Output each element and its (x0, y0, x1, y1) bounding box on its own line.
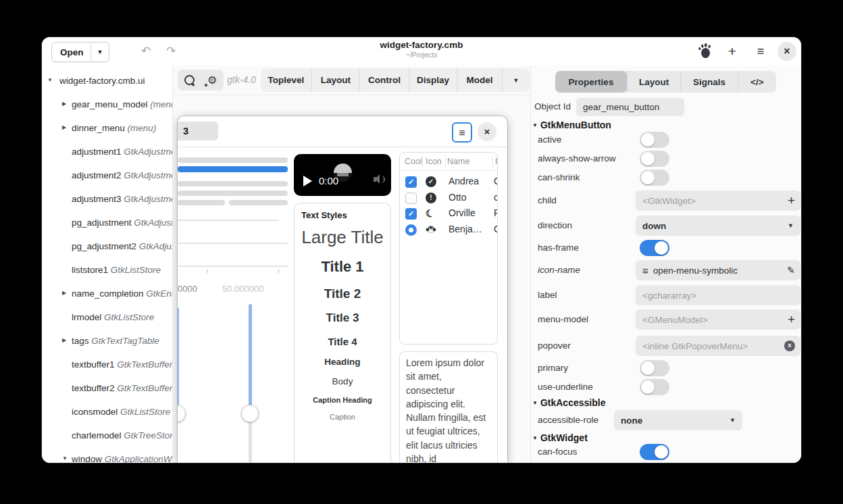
radio-button[interactable] (405, 224, 417, 236)
tree-row-adjustment3[interactable]: adjustment3 GtkAdjustment (42, 191, 172, 206)
tree-row-iconsmodel[interactable]: iconsmodel GtkListStore (42, 404, 172, 419)
tree-row-adjustment1[interactable]: adjustment1 GtkAdjustment (42, 144, 172, 159)
tab-layout[interactable]: Layout (627, 71, 680, 93)
dropdown-direction[interactable]: down▼ (636, 216, 800, 236)
tree-row-pg_adjustment2[interactable]: pg_adjustment2 GtkAdjustment (42, 238, 172, 253)
add-icon[interactable]: + (788, 312, 795, 327)
toggle-can-focus[interactable] (640, 444, 669, 460)
text-style-sample: Body (295, 376, 390, 386)
toggle-has-frame[interactable] (640, 240, 669, 256)
slider-handle[interactable] (178, 405, 186, 422)
close-window-button[interactable]: × (777, 42, 796, 61)
tree-row-gear_menu_model[interactable]: ▶gear_menu_model (menu) (42, 97, 172, 111)
preview-hamburger-button[interactable]: ≡ (452, 122, 472, 143)
table-row[interactable]: !Ottoc (400, 191, 497, 207)
expander-down-icon[interactable]: ▼ (532, 435, 538, 441)
undo-icon[interactable]: ↶ (137, 43, 155, 60)
gnome-foot-icon[interactable] (695, 43, 714, 61)
expander-right-icon[interactable]: ▶ (62, 333, 66, 348)
toggle-always-show-arrow[interactable] (640, 151, 669, 167)
toggle-knob (641, 133, 655, 147)
tree-row-name_completion[interactable]: ▶name_completion GtkEntryCompletion (42, 286, 172, 301)
section-header-gtkaccessible[interactable]: ▼GtkAccessible (532, 395, 605, 410)
open-button-label[interactable]: Open (52, 47, 91, 57)
spinbutton-fragment[interactable]: 3 (178, 122, 218, 141)
window-title-box: widget-factory.cmb ~/Projects (42, 40, 801, 59)
object-id-input[interactable]: gear_menu_button (576, 98, 684, 116)
open-split-button[interactable]: Open ▼ (51, 42, 109, 62)
table-row[interactable]: ✓✓AndreaC (400, 174, 497, 191)
gear-icon[interactable]: ⚙ (207, 75, 217, 86)
toggle-use-underline[interactable] (640, 379, 669, 395)
expander-right-icon[interactable]: ▶ (62, 286, 66, 301)
category-button-toplevel[interactable]: Toplevel (261, 68, 311, 92)
table-header-line (400, 170, 497, 171)
checkbox-checked[interactable]: ✓ (405, 176, 417, 188)
vertical-slider-track[interactable] (178, 307, 179, 412)
tab-properties[interactable]: Properties (555, 71, 627, 93)
tree-item-class: GtkTreeStore (122, 430, 172, 440)
expander-down-icon[interactable]: ▼ (532, 122, 538, 128)
tree-row-tags[interactable]: ▶tags GtkTextTagTable (42, 333, 172, 348)
tree-row-textbuffer1[interactable]: textbuffer1 GtkTextBuffer (42, 357, 172, 372)
expander-down-icon[interactable]: ▼ (62, 451, 68, 463)
category-button-control[interactable]: Control (359, 68, 409, 92)
tree-row-pg_adjustment[interactable]: pg_adjustment GtkAdjustment (42, 215, 172, 230)
category-more-arrow-icon[interactable]: ▼ (502, 68, 530, 92)
entry-child[interactable]: <GtkWidget>+ (636, 191, 800, 211)
hamburger-menu-icon[interactable]: ≡ (751, 43, 770, 60)
table-row[interactable]: Benja…C (400, 222, 497, 238)
tree-row-adjustment2[interactable]: adjustment2 GtkAdjustment (42, 168, 172, 182)
table-header-icon[interactable]: Icon (426, 153, 442, 170)
scale-track[interactable] (178, 220, 279, 221)
category-button-model[interactable]: Model (457, 68, 502, 92)
checkbox-checked[interactable]: ✓ (405, 208, 417, 220)
toggle-can-shrink[interactable] (640, 170, 669, 186)
table-header-p[interactable]: P (495, 153, 498, 170)
tree-row-lrmodel[interactable]: lrmodel GtkListStore (42, 309, 172, 324)
scale-track[interactable] (178, 266, 288, 267)
preview-close-button[interactable]: × (478, 122, 496, 141)
table-header-name[interactable]: Name (447, 153, 469, 170)
tab-signals[interactable]: Signals (680, 71, 737, 93)
dropdown-accessible-role[interactable]: none▼ (614, 410, 742, 430)
play-icon[interactable] (303, 176, 312, 186)
tree-item-text: adjustment2 GtkAdjustment (72, 168, 172, 182)
entry-popover[interactable]: <inline GtkPopoverMenu>× (636, 336, 800, 356)
entry-menu-model[interactable]: <GMenuModel>+ (636, 309, 800, 330)
tree-row-widget-factory.cmb.ui[interactable]: ▼widget-factory.cmb.ui (42, 73, 172, 88)
scale-track[interactable] (178, 243, 288, 244)
lorem-text[interactable]: Lorem ipsum dolor sit amet, consectetur … (406, 356, 492, 463)
preview-header-bar: 3 ≡ × (178, 116, 507, 147)
category-button-display[interactable]: Display (409, 68, 457, 92)
expander-down-icon[interactable]: ▼ (532, 400, 538, 406)
table-header-cool[interactable]: Cool (405, 153, 422, 170)
tree-row-dinner_menu[interactable]: ▶dinner_menu (menu) (42, 120, 172, 135)
toggle-primary[interactable] (640, 360, 669, 376)
tree-row-window[interactable]: ▼window GtkApplicationWindow (42, 451, 172, 463)
add-window-icon[interactable]: + (723, 43, 742, 60)
table-row[interactable]: ✓☾OrvilleF (400, 206, 497, 222)
tree-row-liststore1[interactable]: liststore1 GtkListStore (42, 262, 172, 277)
clear-icon[interactable]: × (784, 341, 795, 351)
volume-icon[interactable] (374, 174, 384, 184)
redo-icon[interactable]: ↷ (162, 43, 180, 60)
entry-label[interactable]: <gchararray> (636, 285, 800, 305)
open-dropdown-arrow-icon[interactable]: ▼ (91, 49, 109, 55)
expander-right-icon[interactable]: ▶ (62, 97, 66, 111)
edit-pencil-icon[interactable]: ✎ (787, 265, 795, 276)
category-button-layout[interactable]: Layout (311, 68, 359, 92)
tree-row-charlemodel[interactable]: charlemodel GtkTreeStore (42, 428, 172, 443)
vertical-slider-track-lower[interactable] (249, 422, 252, 463)
entry-icon-name[interactable]: ≡open-menu-symbolic✎ (636, 260, 800, 280)
slider-handle[interactable] (241, 405, 259, 422)
add-icon[interactable]: + (788, 193, 795, 208)
vertical-slider-track[interactable] (249, 304, 252, 412)
expander-down-icon[interactable]: ▼ (47, 73, 53, 88)
toggle-active[interactable] (640, 132, 669, 148)
tree-row-textbuffer2[interactable]: textbuffer2 GtkTextBuffer (42, 380, 172, 395)
expander-right-icon[interactable]: ▶ (62, 120, 66, 135)
search-icon[interactable] (184, 75, 195, 85)
tab-[interactable]: </> (738, 71, 776, 93)
checkbox-unchecked[interactable] (405, 193, 417, 204)
